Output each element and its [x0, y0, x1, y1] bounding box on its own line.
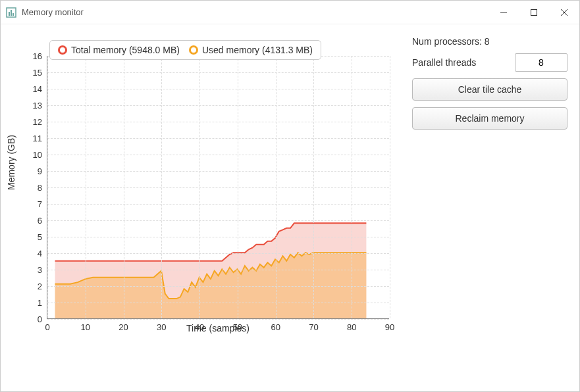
- legend-label-used: Used memory (4131.3 MB): [202, 45, 313, 55]
- y-tick-label: 5: [38, 232, 47, 242]
- y-tick-label: 1: [38, 298, 47, 308]
- gridline-h: [47, 155, 389, 155]
- gridline-h: [47, 72, 389, 73]
- x-tick-label: 0: [45, 318, 49, 332]
- parallel-threads-label: Parallel threads: [412, 57, 476, 68]
- legend-swatch-total-icon: [58, 45, 67, 55]
- legend-item-total: Total memory (5948.0 MB): [58, 45, 180, 55]
- y-tick-label: 11: [33, 134, 47, 143]
- x-tick-label: 10: [81, 318, 90, 332]
- gridline-h: [47, 220, 389, 221]
- x-tick-label: 50: [233, 318, 242, 332]
- gridline-v: [276, 56, 277, 318]
- gridline-v: [47, 56, 48, 318]
- y-axis-label: Memory (GB): [6, 135, 16, 190]
- gridline-v: [86, 56, 86, 318]
- legend-label-total: Total memory (5948.0 MB): [71, 45, 180, 55]
- side-panel: Num processors: 8 Parallel threads Clear…: [408, 36, 567, 383]
- gridline-v: [199, 56, 200, 318]
- window-title: Memory monitor: [22, 7, 488, 17]
- y-tick-label: 6: [38, 216, 47, 226]
- x-axis-label: Time (samples): [47, 323, 389, 333]
- legend: Total memory (5948.0 MB) Used memory (41…: [49, 40, 321, 60]
- y-tick-label: 15: [33, 68, 47, 78]
- y-tick-label: 13: [33, 101, 47, 110]
- x-tick-label: 70: [309, 318, 318, 332]
- gridline-h: [47, 286, 389, 287]
- maximize-icon: [531, 9, 537, 16]
- close-button[interactable]: [549, 1, 579, 24]
- svg-rect-1: [9, 12, 10, 16]
- gridline-v: [124, 56, 124, 318]
- y-tick-label: 14: [33, 84, 47, 94]
- gridline-h: [47, 237, 389, 237]
- app-icon: [6, 7, 16, 18]
- legend-swatch-used-icon: [189, 45, 198, 55]
- window: Memory monitor Total memory (5948.0 MB) …: [0, 0, 580, 392]
- gridline-h: [47, 171, 389, 172]
- plot-area: 0123456789101112131415160102030405060708…: [47, 56, 389, 319]
- y-tick-label: 3: [38, 265, 47, 275]
- x-tick-label: 80: [347, 318, 356, 332]
- gridline-v: [238, 56, 238, 318]
- num-processors-label: Num processors: 8: [412, 36, 489, 47]
- gridline-h: [47, 253, 389, 254]
- parallel-threads-row: Parallel threads: [412, 53, 567, 72]
- gridline-h: [47, 303, 389, 303]
- x-tick-label: 40: [195, 318, 204, 332]
- plot-wrap: 0123456789101112131415160102030405060708…: [47, 56, 399, 339]
- x-tick-label: 20: [119, 318, 128, 332]
- gridline-v: [352, 56, 352, 318]
- content: Total memory (5948.0 MB) Used memory (41…: [1, 24, 579, 391]
- x-tick-label: 30: [157, 318, 166, 332]
- y-tick-label: 2: [38, 282, 47, 291]
- gridline-h: [47, 187, 389, 188]
- svg-rect-3: [13, 13, 14, 16]
- y-tick-label: 9: [38, 166, 47, 176]
- y-tick-label: 4: [38, 249, 47, 258]
- svg-rect-5: [531, 9, 537, 15]
- svg-rect-2: [11, 10, 12, 16]
- y-tick-label: 10: [33, 150, 47, 160]
- clear-cache-button[interactable]: Clear tile cache: [412, 78, 567, 101]
- close-icon: [561, 9, 567, 16]
- reclaim-memory-button[interactable]: Reclaim memory: [412, 107, 567, 130]
- x-tick-label: 60: [271, 318, 280, 332]
- num-processors-row: Num processors: 8: [412, 36, 567, 47]
- gridline-h: [47, 270, 389, 270]
- gridline-h: [47, 138, 389, 139]
- minimize-button[interactable]: [488, 1, 519, 24]
- minimize-icon: [500, 9, 507, 16]
- gridline-h: [47, 122, 389, 122]
- y-tick-label: 16: [33, 51, 47, 61]
- gridline-h: [47, 89, 389, 89]
- titlebar: Memory monitor: [1, 1, 579, 24]
- gridline-h: [47, 105, 389, 106]
- gridline-v: [313, 56, 314, 318]
- legend-item-used: Used memory (4131.3 MB): [189, 45, 313, 55]
- maximize-button[interactable]: [519, 1, 549, 24]
- gridline-v: [390, 56, 390, 318]
- gridline-v: [161, 56, 162, 318]
- chart-panel: Total memory (5948.0 MB) Used memory (41…: [9, 36, 408, 383]
- x-tick-label: 90: [385, 318, 394, 332]
- parallel-threads-input[interactable]: [515, 53, 567, 72]
- y-tick-label: 12: [33, 117, 47, 127]
- gridline-h: [47, 319, 389, 320]
- gridline-h: [47, 204, 389, 205]
- y-tick-label: 7: [38, 199, 47, 209]
- y-tick-label: 8: [38, 183, 47, 193]
